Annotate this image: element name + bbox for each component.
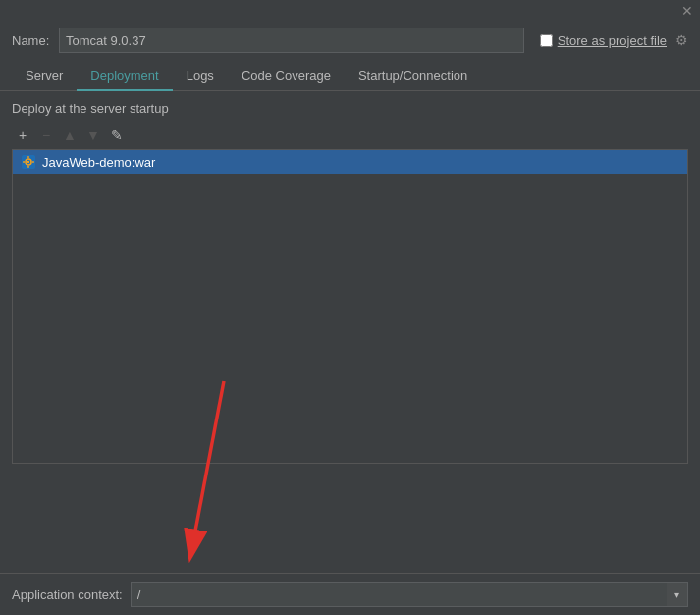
war-icon <box>21 154 36 170</box>
svg-rect-6 <box>32 161 34 162</box>
tab-logs[interactable]: Logs <box>173 61 228 91</box>
remove-button[interactable]: − <box>35 124 57 145</box>
title-bar: ✕ <box>0 0 700 20</box>
name-label: Name: <box>12 33 51 48</box>
tabs-bar: Server Deployment Logs Code Coverage Sta… <box>0 61 700 91</box>
deploy-item-label: JavaWeb-demo:war <box>42 155 155 170</box>
svg-point-2 <box>27 161 29 163</box>
store-project-label: Store as project file <box>558 33 667 48</box>
section-label: Deploy at the server startup <box>12 101 688 116</box>
name-input[interactable] <box>59 28 524 53</box>
move-down-button[interactable]: ▼ <box>82 124 104 145</box>
store-project-row: Store as project file ⚙ <box>540 32 688 48</box>
deploy-list: JavaWeb-demo:war <box>12 149 688 464</box>
close-button[interactable]: ✕ <box>680 4 694 18</box>
svg-rect-3 <box>27 156 28 158</box>
app-context-input[interactable] <box>131 582 688 607</box>
content-area: Deploy at the server startup + − ▲ ▼ ✎ <box>0 91 700 464</box>
svg-rect-5 <box>23 161 25 162</box>
add-button[interactable]: + <box>12 124 33 145</box>
app-context-label: Application context: <box>12 587 123 602</box>
tab-deployment[interactable]: Deployment <box>77 61 172 91</box>
bottom-bar: Application context: ▾ <box>0 573 700 615</box>
deploy-item[interactable]: JavaWeb-demo:war <box>13 150 687 174</box>
settings-icon[interactable]: ⚙ <box>675 32 688 48</box>
edit-button[interactable]: ✎ <box>106 124 128 145</box>
move-up-button[interactable]: ▲ <box>59 124 81 145</box>
app-context-dropdown[interactable]: ▾ <box>667 582 688 607</box>
app-context-wrapper: ▾ <box>131 582 688 607</box>
tab-startup-connection[interactable]: Startup/Connection <box>345 61 481 91</box>
store-project-checkbox[interactable] <box>540 34 553 47</box>
svg-rect-4 <box>27 166 28 168</box>
name-row: Name: Store as project file ⚙ <box>0 20 700 61</box>
toolbar: + − ▲ ▼ ✎ <box>12 124 688 145</box>
tab-code-coverage[interactable]: Code Coverage <box>228 61 345 91</box>
tab-server[interactable]: Server <box>12 61 77 91</box>
